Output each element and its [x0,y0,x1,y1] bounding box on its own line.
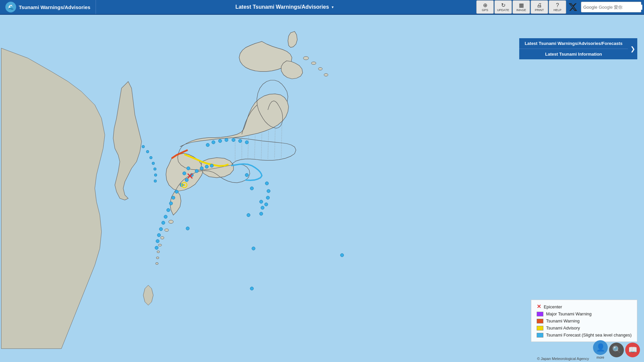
svg-point-31 [185,178,189,182]
svg-point-2 [165,229,169,232]
svg-point-54 [340,253,344,257]
svg-point-3 [161,236,164,239]
logo-text: Tsunami Warnings/Advisories [19,4,90,10]
svg-point-33 [195,169,198,173]
advisory-color [537,326,543,330]
panel-expand-arrow[interactable]: ❯ [628,38,637,59]
svg-point-46 [225,138,228,142]
svg-point-35 [205,165,208,168]
x-twitter-icon [568,2,578,12]
logo-icon: 🌊 [5,2,16,12]
svg-point-48 [238,139,242,143]
svg-point-24 [167,208,170,212]
legend-panel: ✕ Epicenter Major Tsunami Warning Tsunam… [531,300,637,342]
map-container[interactable]: Latest Tsunami Warnings/Advisories/Forec… [0,15,644,362]
svg-point-51 [187,167,190,170]
svg-point-34 [200,167,203,170]
svg-point-45 [218,139,222,143]
book-tool-button[interactable]: 📖 [625,343,640,357]
latest-tsunami-info-button[interactable]: Latest Tsunami Information [519,49,628,59]
svg-point-27 [159,228,163,231]
svg-point-59 [183,184,185,186]
svg-point-25 [164,215,167,219]
center-dropdown-arrow: ▼ [331,5,334,9]
svg-point-29 [156,239,159,243]
svg-point-69 [266,196,270,199]
svg-point-41 [260,212,263,216]
svg-point-65 [154,174,157,176]
header-bar: 🌊 Tsunami Warnings/Advisories Latest Tsu… [0,0,644,15]
epicenter-x-icon: ✕ [537,304,541,309]
legend-warning: Tsunami Warning [537,318,632,323]
svg-point-53 [252,247,255,250]
svg-point-42 [247,214,250,217]
svg-point-55 [250,287,254,290]
search-tool-button[interactable]: 🔍 [609,343,624,357]
svg-point-26 [162,221,165,225]
header-tools: ⊕ GPS ↻ UPDATE ▦ IMAGE 🖨 PRINT ? HELP Go… [474,0,644,14]
bottom-tools: 👤 more 🔍 📖 [593,340,640,359]
svg-point-22 [172,196,175,199]
person-tool-wrapper: 👤 more [593,340,608,359]
copyright-text: © Japan Meteorological Agency [537,357,589,361]
svg-point-64 [154,168,156,170]
svg-point-9 [311,62,316,64]
help-icon: ? [556,3,559,8]
svg-point-52 [186,227,190,230]
x-twitter-button[interactable] [567,1,579,13]
legend-forecast-label: Tsunami Forecast (Slight sea level chang… [546,333,632,338]
center-title-text: Latest Tsunami Warnings/Advisories [235,4,329,10]
legend-major-warning: Major Tsunami Warning [537,311,632,316]
header-center-title[interactable]: Latest Tsunami Warnings/Advisories ▼ [96,4,474,10]
image-label: IMAGE [516,8,526,12]
svg-point-6 [156,257,159,259]
gps-icon: ⊕ [483,3,487,8]
legend-major-warning-label: Major Tsunami Warning [546,311,592,316]
svg-point-50 [183,172,186,175]
svg-point-40 [261,206,264,209]
help-label: HELP [553,8,561,12]
svg-point-11 [324,73,328,76]
print-label: PRINT [535,8,544,12]
svg-point-47 [232,138,235,142]
svg-point-28 [157,233,161,237]
google-label: Google [583,5,597,10]
legend-epicenter-label: Epicenter [544,304,562,309]
svg-point-30 [155,246,158,249]
gps-button[interactable]: ⊕ GPS [476,0,494,14]
warnings-advisories-forecasts-button[interactable]: Latest Tsunami Warnings/Advisories/Forec… [519,38,628,49]
more-label: more [597,356,604,359]
major-warning-color [537,312,543,316]
search-input[interactable] [599,5,642,10]
svg-point-8 [303,57,309,60]
info-panel: Latest Tsunami Warnings/Advisories/Forec… [519,38,637,59]
legend-warning-label: Tsunami Warning [546,318,580,323]
print-icon: 🖨 [537,3,542,8]
svg-point-66 [154,180,157,182]
image-button[interactable]: ▦ IMAGE [513,0,530,14]
svg-point-49 [245,141,249,144]
search-box[interactable]: Google [581,2,641,12]
svg-point-62 [150,156,152,159]
print-button[interactable]: 🖨 PRINT [531,0,548,14]
help-button[interactable]: ? HELP [549,0,566,14]
svg-point-10 [318,67,322,70]
update-button[interactable]: ↻ UPDATE [494,0,512,14]
svg-point-44 [212,141,215,144]
warning-color [537,319,543,323]
svg-point-5 [157,251,160,253]
svg-point-21 [175,190,178,193]
svg-point-70 [265,203,268,206]
svg-point-1 [169,220,173,224]
svg-point-7 [156,262,158,264]
svg-point-23 [169,202,173,205]
svg-point-39 [260,200,263,203]
svg-point-37 [245,173,249,177]
svg-point-67 [265,182,269,185]
svg-point-60 [142,145,145,148]
forecast-color [537,333,543,338]
person-tool-button[interactable]: 👤 [593,340,608,355]
svg-point-68 [267,189,270,193]
svg-point-38 [250,187,254,190]
legend-forecast: Tsunami Forecast (Slight sea level chang… [537,333,632,338]
